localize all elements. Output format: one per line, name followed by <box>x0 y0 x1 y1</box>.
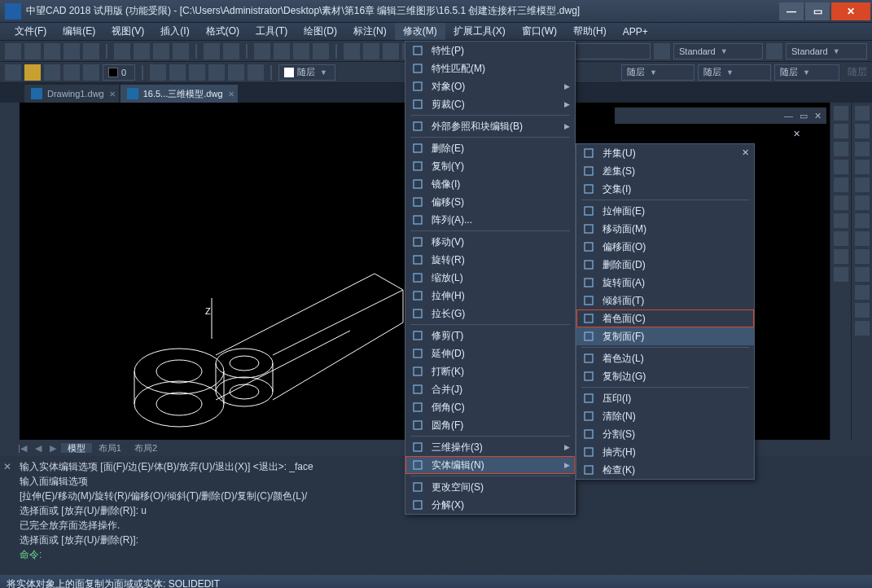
menu-item[interactable]: 移动(V) <box>405 233 575 251</box>
menu-APP+[interactable]: APP+ <box>615 23 656 40</box>
menu-插入(I)[interactable]: 插入(I) <box>152 23 197 40</box>
menu-编辑(E)[interactable]: 编辑(E) <box>55 23 103 40</box>
menu-item[interactable]: 抽壳(H) <box>576 443 754 461</box>
menu-item[interactable]: 着色面(C) <box>576 309 754 327</box>
maximize-button[interactable]: ▭ <box>805 2 830 20</box>
menu-item[interactable]: 延伸(D) <box>405 344 575 362</box>
plotstyle-combo[interactable]: 随层▼ <box>774 64 839 81</box>
menu-item[interactable]: 偏移面(O) <box>576 238 754 256</box>
menu-扩展工具(X)[interactable]: 扩展工具(X) <box>445 23 514 40</box>
preview-icon[interactable] <box>83 43 99 59</box>
rb13-icon[interactable] <box>855 321 870 336</box>
rb5-icon[interactable] <box>855 178 870 192</box>
menu-item[interactable]: 删除(E) <box>405 139 575 157</box>
print-icon[interactable] <box>64 43 80 59</box>
cmd-prompt[interactable]: 命令: <box>7 547 865 562</box>
new-icon[interactable] <box>5 43 21 59</box>
palette-x-icon[interactable]: ✕ <box>793 129 800 139</box>
rt3-icon[interactable] <box>834 142 848 156</box>
menu-item[interactable]: 复制面(F) <box>576 327 754 345</box>
menu-item[interactable]: 打断(K) <box>405 362 575 380</box>
menu-绘图(D)[interactable]: 绘图(D) <box>296 23 345 40</box>
lweight-combo[interactable]: 随层▼ <box>698 64 771 81</box>
rt4-icon[interactable] <box>834 160 848 174</box>
ly6-icon[interactable] <box>248 64 264 81</box>
menu-item[interactable]: 特性(P) <box>405 42 575 59</box>
style-icon[interactable] <box>766 43 782 59</box>
zoomext-icon[interactable] <box>313 43 329 59</box>
menu-修改(M)[interactable]: 修改(M) <box>395 23 445 40</box>
menu-item[interactable]: 缩放(L) <box>405 269 575 287</box>
menu-item[interactable]: 着色边(L) <box>576 349 754 367</box>
rb6-icon[interactable] <box>855 195 870 210</box>
redo-icon[interactable] <box>223 43 239 59</box>
tab-close-icon[interactable]: ✕ <box>228 90 234 99</box>
rt5-icon[interactable] <box>834 178 848 192</box>
menu-item[interactable]: 并集(U) <box>576 144 754 162</box>
rt2-icon[interactable] <box>834 124 848 138</box>
menu-文件(F)[interactable]: 文件(F) <box>7 23 55 40</box>
palette-close-icon[interactable]: ✕ <box>814 111 822 121</box>
misc2-icon[interactable] <box>363 43 379 59</box>
menu-item[interactable]: 特性匹配(M) <box>405 59 575 77</box>
layer-icon[interactable] <box>5 64 21 81</box>
menu-item[interactable]: 拉伸(H) <box>405 287 575 305</box>
menu-item[interactable]: 清除(N) <box>576 407 754 425</box>
rt9-icon[interactable] <box>834 249 848 264</box>
menu-item[interactable]: 倒角(C) <box>405 398 575 416</box>
menu-item[interactable]: 旋转(R) <box>405 251 575 269</box>
menu-帮助(H)[interactable]: 帮助(H) <box>565 23 615 40</box>
menu-item[interactable]: 旋转面(A) <box>576 274 754 292</box>
misc1-icon[interactable] <box>344 43 360 59</box>
menu-item[interactable]: 阵列(A)... <box>405 211 575 229</box>
doc-tab[interactable]: Drawing1.dwg✕ <box>24 85 119 103</box>
menu-item[interactable]: 拉伸面(E) <box>576 202 754 220</box>
menu-格式(O)[interactable]: 格式(O) <box>198 23 248 40</box>
tab-close-icon[interactable]: ✕ <box>109 90 116 99</box>
minimize-button[interactable]: — <box>779 2 804 20</box>
menu-item[interactable]: 复制(Y) <box>405 157 575 175</box>
close-button[interactable]: ✕ <box>831 2 870 20</box>
zoomwin-icon[interactable] <box>293 43 309 59</box>
ly4-icon[interactable] <box>208 64 225 81</box>
rt1-icon[interactable] <box>834 106 848 121</box>
cmd-close-icon[interactable]: ✕ <box>3 459 11 474</box>
menu-item[interactable]: 复制边(G) <box>576 367 754 385</box>
menu-item[interactable]: 倾斜面(T) <box>576 292 754 309</box>
layerlock-icon[interactable] <box>64 64 80 81</box>
menu-item[interactable]: 合并(J) <box>405 380 575 398</box>
palette-max-icon[interactable]: ▭ <box>800 111 808 121</box>
menu-item[interactable]: 拉长(G) <box>405 305 575 323</box>
menu-视图(V)[interactable]: 视图(V) <box>103 23 152 40</box>
rb4-icon[interactable] <box>855 160 870 174</box>
rb9-icon[interactable] <box>855 249 870 264</box>
copy-icon[interactable] <box>134 43 150 59</box>
dim-icon[interactable] <box>654 43 670 59</box>
menu-item[interactable]: 实体编辑(N)▶ <box>405 456 575 474</box>
rt6-icon[interactable] <box>834 195 848 210</box>
menu-item[interactable]: 检查(K) <box>576 461 754 479</box>
paste-icon[interactable] <box>153 43 169 59</box>
misc3-icon[interactable] <box>383 43 399 59</box>
rb8-icon[interactable] <box>855 231 870 246</box>
menu-item[interactable]: 更改空间(S) <box>405 478 575 496</box>
menu-窗口(W)[interactable]: 窗口(W) <box>514 23 565 40</box>
menu-item[interactable]: 分解(X) <box>405 496 575 514</box>
ly3-icon[interactable] <box>189 64 205 81</box>
layercol-icon[interactable] <box>83 64 99 81</box>
rb3-icon[interactable] <box>855 142 870 156</box>
ltype-combo[interactable]: 随层▼ <box>621 64 695 81</box>
rb2-icon[interactable] <box>855 124 870 138</box>
tab-prev-icon[interactable]: ◀ <box>32 443 45 454</box>
ly5-icon[interactable] <box>228 64 244 81</box>
open-icon[interactable] <box>24 43 41 59</box>
menu-item[interactable]: 交集(I) <box>576 180 754 198</box>
rb7-icon[interactable] <box>855 213 870 228</box>
menu-item[interactable]: 差集(S) <box>576 162 754 180</box>
rt7-icon[interactable] <box>834 213 848 228</box>
palette-min-icon[interactable]: — <box>784 111 793 121</box>
tab-next-icon[interactable]: ▶ <box>46 443 59 454</box>
cut-icon[interactable] <box>114 43 130 59</box>
layer0-combo[interactable]: 0 <box>103 64 135 81</box>
menu-item[interactable]: 移动面(M) <box>576 220 754 238</box>
